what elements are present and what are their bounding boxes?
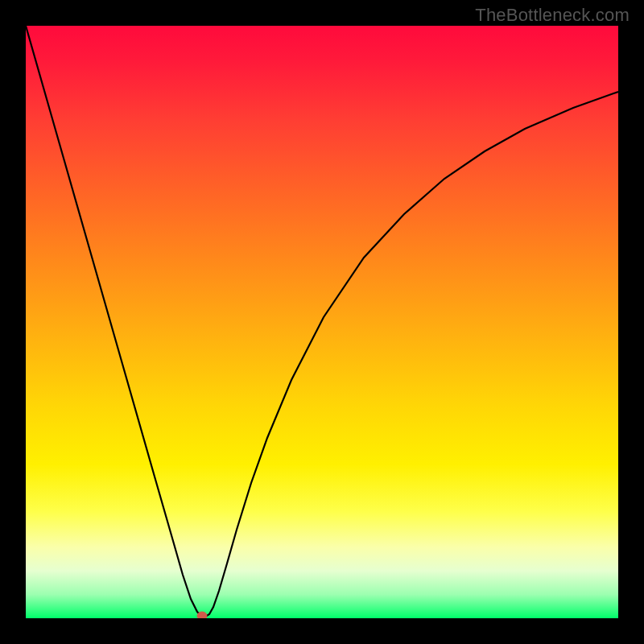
chart-container: TheBottleneck.com — [0, 0, 644, 644]
optimum-marker — [197, 612, 207, 618]
watermark-text: TheBottleneck.com — [475, 5, 630, 26]
bottleneck-curve — [26, 26, 618, 617]
curve-svg — [26, 26, 618, 618]
plot-area — [26, 26, 618, 618]
